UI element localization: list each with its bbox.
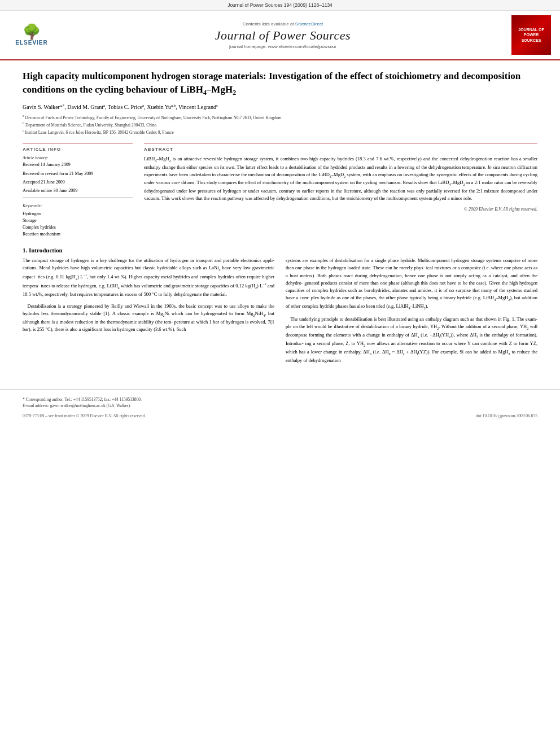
journal-title-area: Contents lists available at ScienceDirec… [54,21,511,49]
intro-left-para2: Destabilisation is a strategy pioneered … [23,303,274,333]
email-address: E-mail address: gavin.walker@nottingham.… [23,403,537,409]
article-info-heading: ARTICLE INFO [23,147,133,152]
available-date: Available online 30 June 2009 [23,187,133,194]
keyword-reaction-mechanism: Reaction mechanism [23,231,133,238]
keywords-label: Keywords: [23,203,133,208]
intro-left-col: The compact storage of hydrogen is a key… [23,257,274,369]
copyright-notice: © 2009 Elsevier B.V. All rights reserved… [144,207,537,212]
introduction-title: 1. Introduction [23,247,537,254]
journal-homepage: journal homepage: www.elsevier.com/locat… [54,44,511,49]
journal-citation-bar: Journal of Power Sources 194 (2009) 1128… [0,0,560,11]
divider [23,197,133,198]
sciencedirect-link[interactable]: ScienceDirect [295,21,323,27]
intro-right-para2: The underlying principle to destabilisat… [286,316,537,364]
issn-text: 0378-7753/$ – see front matter © 2009 El… [23,413,146,418]
footer-bottom: 0378-7753/$ – see front matter © 2009 El… [23,413,537,418]
footer: * Corresponding author. Tel.: +44 115951… [0,389,560,419]
sciencedirect-line: Contents lists available at ScienceDirec… [54,21,511,27]
journal-citation: Journal of Power Sources 194 (2009) 1128… [228,2,333,8]
keyword-complex-hydrides: Complex hydrides [23,224,133,231]
abstract-body: LiBH4–MgH2 is an attractive reversible h… [144,155,537,202]
affiliation-b: b Department of Materials Science, Fudan… [23,121,537,128]
accepted-date: Accepted 21 June 2009 [23,179,133,185]
elsevier-logo: 🌳 ELSEVIER [9,25,54,46]
footer-notes: * Corresponding author. Tel.: +44 115951… [23,396,537,409]
corresponding-author: * Corresponding author. Tel.: +44 115951… [23,396,537,403]
main-content: High capacity multicomponent hydrogen st… [0,60,560,378]
abstract-col: ABSTRACT LiBH4–MgH2 is an attractive rev… [144,143,537,238]
journal-title: Journal of Power Sources [54,28,511,43]
elsevier-wordmark: ELSEVIER [15,40,47,46]
journal-logo-box: JOURNAL OFPOWERSOURCES [511,15,551,55]
article-title: High capacity multicomponent hydrogen st… [23,69,537,98]
article-info-col: ARTICLE INFO Article history: Received 1… [23,143,133,238]
revised-date: Received in revised form 21 May 2009 [23,171,133,177]
affiliation-a: a Division of Fuels and Power Technology… [23,113,537,121]
article-meta-section: ARTICLE INFO Article history: Received 1… [23,143,537,238]
keyword-hydrogen: Hydrogen [23,211,133,217]
history-label: Article history: [23,155,133,160]
journal-header: 🌳 ELSEVIER Contents lists available at S… [0,11,560,60]
intro-right-col: systems are examples of destabilisation … [286,257,537,369]
affiliation-c: c Institut Laue Langevin, 6 rue Jules Ho… [23,128,537,136]
received-date: Received 14 January 2009 [23,161,133,168]
authors-line: Gavin S. Walkera,*, David M. Granta, Tob… [23,103,537,110]
keyword-storage: Storage [23,217,133,224]
introduction-section: 1. Introduction The compact storage of h… [23,247,537,369]
affiliations: a Division of Fuels and Power Technology… [23,113,537,135]
elsevier-tree-icon: 🌳 [23,25,41,40]
doi-text: doi:10.1016/j.jpowsour.2009.06.075 [476,413,537,418]
intro-left-para1: The compact storage of hydrogen is a key… [23,257,274,298]
abstract-heading: ABSTRACT [144,147,537,152]
intro-right-para1: systems are examples of destabilisation … [286,257,537,311]
introduction-body: The compact storage of hydrogen is a key… [23,257,537,369]
